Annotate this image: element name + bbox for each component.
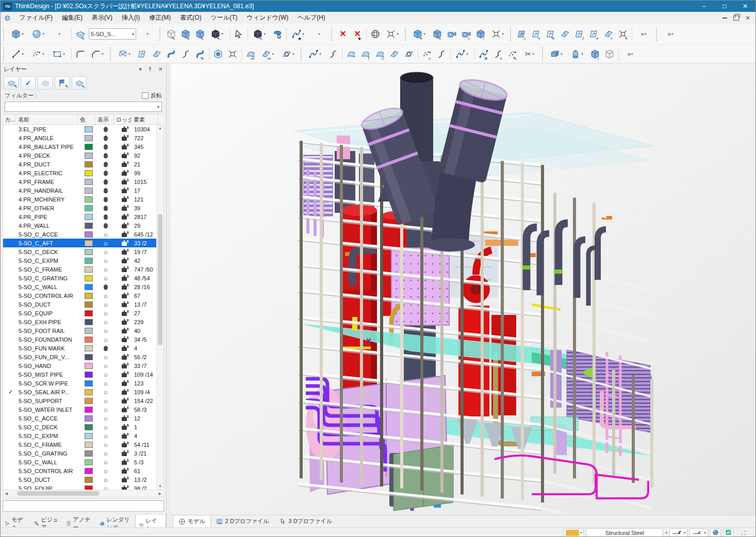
unlock-icon[interactable] xyxy=(122,145,127,149)
unlock-icon[interactable] xyxy=(122,408,127,412)
snapshot-tool-button[interactable]: ○ xyxy=(459,27,473,41)
visibility-on-icon[interactable]: ☼ xyxy=(103,292,109,299)
visibility-on-icon[interactable]: ☼ xyxy=(103,257,109,264)
layer-color-swatch[interactable] xyxy=(85,301,93,308)
unlock-icon[interactable] xyxy=(122,443,127,447)
column-header[interactable]: カ... xyxy=(3,114,16,125)
layer-color-swatch[interactable] xyxy=(85,424,93,430)
visibility-on-icon[interactable]: ☼ xyxy=(103,318,109,325)
visibility-on-icon[interactable]: ☼ xyxy=(103,432,109,439)
layer-row[interactable]: 5-SO_EQUIP☼27 xyxy=(3,309,156,317)
unlock-icon[interactable] xyxy=(122,321,127,325)
layer-row[interactable]: 5-SO_C_GRATING☼48 /54 xyxy=(3,274,156,282)
layer-color-swatch[interactable] xyxy=(85,380,93,387)
unlock-icon[interactable] xyxy=(122,233,127,237)
horizontal-scrollbar[interactable]: ◀ ▶ xyxy=(3,490,164,497)
layer-color-swatch[interactable] xyxy=(85,205,93,211)
loft-surface-tool-button[interactable] xyxy=(178,47,193,61)
unlock-icon[interactable] xyxy=(122,417,127,421)
ruled-surface-tool-button[interactable] xyxy=(387,47,402,61)
layer-options-button[interactable]: ▾ xyxy=(137,27,158,41)
layer-color-swatch[interactable] xyxy=(85,415,93,422)
pick-layer-button[interactable]: ↖ xyxy=(72,76,87,90)
visibility-on-icon[interactable]: ☼ xyxy=(103,424,109,430)
layer-color-swatch[interactable] xyxy=(85,363,93,369)
viewport-tab-モデル[interactable]: モデル xyxy=(173,515,211,527)
visibility-off-icon[interactable] xyxy=(104,346,108,351)
workplane-angle-tool-button[interactable]: / xyxy=(572,27,587,41)
solid-revolve-tool-button[interactable]: ▾ xyxy=(567,47,588,61)
visibility-on-icon[interactable]: ☼ xyxy=(103,310,109,316)
unlock-icon[interactable] xyxy=(122,242,127,246)
invert-checkbox[interactable] xyxy=(142,92,149,99)
fold-surface-tool-button[interactable] xyxy=(150,47,164,61)
column-header[interactable]: 要素 xyxy=(132,114,158,125)
layer-color-swatch[interactable] xyxy=(85,450,93,457)
unlock-icon[interactable] xyxy=(122,452,127,456)
select-solid-tool-button[interactable]: ↖▾ xyxy=(250,27,270,41)
menu-表示V[interactable]: 表示(V) xyxy=(87,12,117,23)
filter-combobox[interactable]: ▾ xyxy=(5,102,162,112)
visibility-on-icon[interactable]: ☼ xyxy=(103,327,109,334)
layer-color-swatch[interactable] xyxy=(85,398,93,404)
layer-color-swatch[interactable] xyxy=(85,214,93,220)
surface-pull-tool-button[interactable]: ↑ xyxy=(358,47,373,61)
circle-spline-tool-button[interactable]: ○ xyxy=(420,47,434,61)
solid-box-tool-button[interactable]: ▾ xyxy=(547,47,567,61)
viewport-tab-2 Dプロファイル[interactable]: 2 Dプロファイル xyxy=(211,515,274,527)
layer-color-swatch[interactable] xyxy=(85,407,93,413)
layer-row[interactable]: 5.SO_C_FRAME☼54 /11 xyxy=(3,440,156,449)
camera-view-tool-button[interactable] xyxy=(445,27,459,41)
layer-color-swatch[interactable] xyxy=(85,153,93,159)
arc-tool-button[interactable]: ▾ xyxy=(28,47,49,61)
layer-row[interactable]: 5-SO_C_DECK☼19 /7 xyxy=(3,247,156,256)
pick-dark-solid-tool-button[interactable]: ↖▾ xyxy=(207,27,228,41)
visibility-on-icon[interactable]: ☼ xyxy=(103,450,109,457)
layer-row[interactable]: 5-SO_FUN MARK4 xyxy=(3,344,156,353)
layer-row[interactable]: 5.SO_CONTROL AIR☼61 xyxy=(3,466,156,475)
solid-primitive-tool-button[interactable]: ▾ xyxy=(8,27,28,41)
layer-color-swatch[interactable] xyxy=(85,293,93,299)
layer-row[interactable]: 4.PR_PIPE2817 xyxy=(3,212,156,221)
surface-intersect-tool-button[interactable]: ∩ xyxy=(373,47,387,61)
document-menu-icon[interactable]: ⚙ xyxy=(4,14,11,22)
visibility-off-icon[interactable] xyxy=(104,206,108,211)
toolbar-overflow-button[interactable]: »▾ xyxy=(634,27,654,41)
unlock-icon[interactable] xyxy=(122,215,127,220)
visibility-on-icon[interactable]: ☼ xyxy=(103,485,109,490)
unlock-icon[interactable] xyxy=(122,180,127,184)
select-tool-button[interactable] xyxy=(232,27,246,41)
hscrollbar-thumb[interactable] xyxy=(17,491,100,496)
unlock-icon[interactable] xyxy=(122,154,127,158)
menu-編集E[interactable]: 編集(E) xyxy=(57,12,87,23)
menu-修正M[interactable]: 修正(M) xyxy=(144,12,175,23)
visibility-on-icon[interactable]: ☼ xyxy=(103,371,109,378)
scroll-left-icon[interactable]: ◀ xyxy=(3,490,10,497)
toolbar-options-button[interactable]: ▾ xyxy=(49,27,70,41)
menu-書式O[interactable]: 書式(O) xyxy=(175,12,206,23)
layer-color-swatch[interactable] xyxy=(85,485,93,490)
unlock-icon[interactable] xyxy=(122,137,127,141)
layer-row[interactable]: 5.SO_EQUIP☼98 /2 xyxy=(3,484,156,490)
layer-edit-tool-button[interactable]: ✎ xyxy=(73,27,88,41)
view-style-tool-button[interactable]: ✎▾ xyxy=(409,27,430,41)
layer-row[interactable]: 3.EL_PIPE10304 xyxy=(3,125,156,133)
layer-row[interactable]: 4.PR_OTHER39 xyxy=(3,204,156,212)
layer-color-swatch[interactable] xyxy=(85,319,93,325)
view-style-2-tool-button[interactable]: ✎ xyxy=(430,27,445,41)
sweep-surface-tool-button[interactable] xyxy=(164,47,178,61)
visibility-on-icon[interactable]: ☼ xyxy=(103,467,109,474)
visibility-on-icon[interactable]: ☼ xyxy=(103,266,109,273)
model-3d[interactable] xyxy=(171,63,756,515)
visibility-off-icon[interactable] xyxy=(104,197,108,202)
layer-color-swatch[interactable] xyxy=(85,433,93,439)
visibility-on-icon[interactable]: ☼ xyxy=(103,231,109,238)
layer-color-swatch[interactable] xyxy=(85,223,93,229)
visibility-off-icon[interactable] xyxy=(104,153,108,158)
panel-menu-icon[interactable]: ▾ xyxy=(139,66,142,72)
layer-row[interactable]: 5-SO_C_WALL28 /16 xyxy=(3,282,156,291)
workplane-pick-tool-button[interactable]: + xyxy=(529,27,544,41)
visibility-on-icon[interactable]: ☼ xyxy=(103,406,109,413)
layer-filter-input[interactable] xyxy=(3,500,164,512)
layer-color-swatch[interactable] xyxy=(85,284,93,290)
